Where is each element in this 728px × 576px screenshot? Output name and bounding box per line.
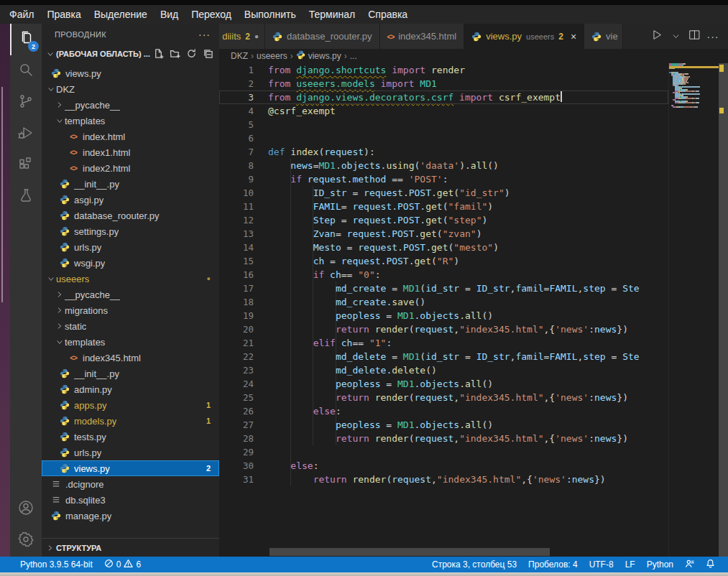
code-line-4[interactable]: 4@csrf_exempt [219,104,668,118]
tree-item-views.py[interactable]: views.py2 [42,460,219,476]
tree-item-asgi.py[interactable]: asgi.py [42,192,219,208]
code-line-5[interactable]: 5 [219,118,668,131]
code-line-18[interactable]: 18 md_create.save() [219,295,668,309]
menu-item-выполнить[interactable]: Выполнить [238,5,303,24]
sidebar-more-actions-button[interactable]: ··· [198,29,211,40]
status-encoding[interactable]: UTF-8 [584,557,619,572]
code-line-7[interactable]: 7def index(request): [219,145,668,159]
line-number[interactable]: 16 [219,268,254,282]
code-line-1[interactable]: 1from django.shortcuts import render [219,63,668,77]
line-number[interactable]: 10 [219,186,254,200]
line-number[interactable]: 20 [219,322,254,336]
tree-item-db.sqlite3[interactable]: db.sqlite3 [42,492,219,508]
code-line-20[interactable]: 20 return render(request,"index345.html"… [219,322,668,336]
line-number[interactable]: 4 [219,104,254,118]
activity-settings-button[interactable] [10,525,42,557]
tree-item-admin.py[interactable]: admin.py [42,381,219,397]
tree-item-index345.html[interactable]: <>index345.html [42,350,219,366]
menu-item-файл[interactable]: Файл [3,5,40,24]
workspace-section-header[interactable]: (РАБОЧАЯ ОБЛАСТЬ) ... [42,45,219,62]
menu-item-вид[interactable]: Вид [154,5,185,24]
activity-explorer-button[interactable]: 2 [10,24,42,55]
outline-section-header[interactable]: СТРУКТУРА [42,538,219,557]
code-line-21[interactable]: 21 elif ch== "1": [219,336,668,350]
code-line-11[interactable]: 11 FAMIL= request.POST.get("famil") [219,200,668,213]
tree-item--init-.py[interactable]: __init__.py [42,176,219,192]
status-language[interactable]: Python [641,557,679,572]
tree-item-templates[interactable]: templates [42,334,219,350]
notifications-button[interactable] [700,557,721,572]
menu-item-выделение[interactable]: Выделение [88,5,154,24]
code-line-13[interactable]: 13 Zvan= request.POST.get("zvan") [219,227,668,241]
line-number[interactable]: 18 [219,295,254,309]
breadcrumb-item[interactable]: useeers [257,51,287,61]
tree-item--init-.py[interactable]: __init__.py [42,366,219,381]
new-folder-icon[interactable] [170,48,180,60]
line-number[interactable]: 23 [219,363,254,377]
code-line-14[interactable]: 14 Mesto = request.POST.get("mesto") [219,241,668,254]
line-number[interactable]: 2 [219,77,254,90]
line-number[interactable]: 15 [219,254,254,268]
line-number[interactable]: 12 [219,213,254,227]
code-line-3[interactable]: 3from django.views.decorators.csrf impor… [219,90,668,104]
tab-index345.html[interactable]: <>index345.html [380,24,465,49]
code-line-9[interactable]: 9 if request.method == 'POST': [219,172,668,186]
menu-item-правка[interactable]: Правка [40,5,87,24]
tree-item-index2.html[interactable]: <>index2.html [42,160,219,176]
horizontal-scrollbar[interactable] [269,548,550,556]
code-line-31[interactable]: 31 return render(request,"index345.html"… [219,473,668,486]
breadcrumb-item[interactable]: ... [350,51,357,61]
line-number[interactable]: 26 [219,404,254,418]
menu-item-переход[interactable]: Переход [185,5,238,24]
line-number[interactable]: 21 [219,336,254,350]
tree-item-models.py[interactable]: models.py1 [42,413,219,429]
code-line-8[interactable]: 8 news=MD1.objects.using('daata').all() [219,159,668,172]
line-number[interactable]: 6 [219,131,254,145]
activity-extensions-button[interactable] [10,150,42,182]
tab-views.py[interactable]: views.pyuseeers2× [464,24,584,49]
minimap[interactable] [668,63,719,557]
status-cursor-position[interactable]: Строка 3, столбец 53 [426,557,522,572]
tree-item-wsgi.py[interactable]: wsgi.py [42,255,219,271]
run-button[interactable] [649,29,665,45]
code-line-12[interactable]: 12 Step = request.POST.get("step") [219,213,668,227]
code-line-27[interactable]: 27 peopless = MD1.objects.all() [219,418,668,432]
status-problems[interactable]: 06 [98,557,147,572]
tree-item-tests.py[interactable]: tests.py [42,429,219,445]
feedback-button[interactable] [679,557,700,572]
tab-vie[interactable]: vie [584,24,623,49]
scrollbar-slider[interactable] [719,63,728,557]
tab-diiits[interactable]: diiits2● [219,24,265,49]
code-editor[interactable]: 1from django.shortcuts import render2fro… [219,63,728,557]
tab-database-roouter.py[interactable]: database_roouter.py [265,24,380,49]
code-line-23[interactable]: 23 md_delete.delete() [219,363,668,377]
code-line-30[interactable]: 30 else: [219,459,668,473]
line-number[interactable]: 24 [219,377,254,391]
status-indentation[interactable]: Пробелов: 4 [522,557,584,572]
line-number[interactable]: 5 [219,118,254,131]
tree-item-dkz[interactable]: DKZ [42,81,219,97]
vertical-scrollbar[interactable] [719,63,728,557]
code-line-6[interactable]: 6 [219,131,668,145]
code-line-19[interactable]: 19 peopless = MD1.objects.all() [219,309,668,322]
tree-item-migrations[interactable]: migrations [42,302,219,318]
line-number[interactable]: 11 [219,200,254,213]
code-line-17[interactable]: 17 md_create = MD1(id_str = ID_str,famil… [219,282,668,295]
tree-item-useeers[interactable]: useeers● [42,271,219,287]
line-number[interactable]: 3 [219,90,254,104]
line-number[interactable]: 9 [219,172,254,186]
line-number[interactable]: 22 [219,350,254,363]
close-icon[interactable]: × [571,31,576,42]
line-number[interactable]: 7 [219,145,254,159]
refresh-icon[interactable] [186,48,197,60]
code-line-24[interactable]: 24 peopless = MD1.objects.all() [219,377,668,391]
line-number[interactable]: 1 [219,63,254,77]
line-number[interactable]: 13 [219,227,254,241]
menu-item-справка[interactable]: Справка [361,5,414,24]
new-file-icon[interactable] [153,48,164,60]
tree-item-database-roouter.py[interactable]: database_roouter.py [42,208,219,223]
line-number[interactable]: 8 [219,159,254,172]
menu-item-терминал[interactable]: Терминал [303,5,361,24]
activity-search-button[interactable] [10,55,42,87]
tree-item-apps.py[interactable]: apps.py1 [42,397,219,413]
